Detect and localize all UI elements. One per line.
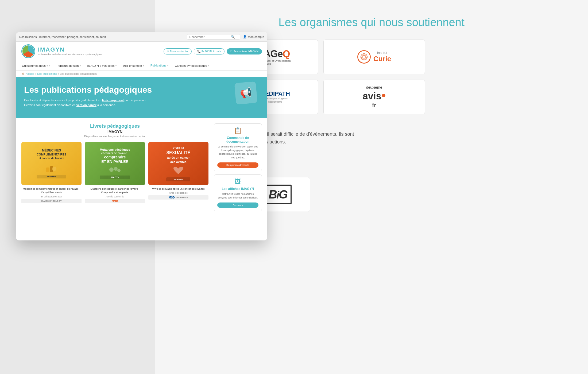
search-input[interactable] <box>189 35 229 38</box>
avis-fr: fr <box>363 102 386 109</box>
home-icon: 🏠 <box>21 72 25 75</box>
affiches-card: 🖼 Les affiches IMAGYN Retrouvez toutes n… <box>214 174 262 211</box>
deuxieme-avis-logo: deuxieme avis • fr <box>363 85 386 109</box>
curie-logo: institut Curie <box>357 50 391 64</box>
svg-point-1 <box>363 54 365 60</box>
hero-link-telechargement[interactable]: téléchargement <box>102 99 124 102</box>
book-card-3[interactable]: Vivre sa SEXUALITÉ après un cancer des o… <box>148 142 208 203</box>
chevron-down-icon: ▾ <box>143 65 144 67</box>
heart-icon: ♡ <box>230 50 233 53</box>
book-full-title-3: Vivre sa sexualité après un cancer des o… <box>148 187 208 190</box>
avis-dot: • <box>382 89 386 101</box>
curie-label: institut <box>373 51 391 55</box>
logo-text-group: IMAGYN Initiative des Maladies Atteintes… <box>38 46 102 56</box>
breadcrumb-accueil[interactable]: Accueil <box>26 72 34 75</box>
book-sponsor-1: ELWES ONCOLOGY <box>21 199 82 203</box>
books-grid: MÉDECINES COMPLÉMENTAIRES et cancer de l… <box>21 142 208 203</box>
envelope-icon: ✉ <box>167 50 169 53</box>
nav-item-cancers[interactable]: Cancers gynécologiques ▾ <box>172 61 212 70</box>
browser-window: Nos missions : Informer, rechercher, par… <box>16 32 267 240</box>
chevron-down-icon: ▾ <box>80 65 81 67</box>
account-button[interactable]: 👤 Mon compte <box>243 35 264 38</box>
avis-row: avis • <box>363 89 386 102</box>
nav-item-parcours[interactable]: Parcours de soin ▾ <box>53 61 84 70</box>
svg-rect-3 <box>46 167 49 172</box>
big-logo: BiG <box>264 185 292 204</box>
hero-description: Ces livrets et dépliants vous sont propo… <box>24 98 158 107</box>
avis-text: avis <box>363 91 381 102</box>
book-collab-3: Avec le soutien de <box>148 192 208 194</box>
nav-item-agir[interactable]: Agir ensemble ▾ <box>120 61 147 70</box>
publications-category-subtitle: IMAGYN <box>21 130 208 134</box>
book-illustration-1 <box>45 162 58 173</box>
site-name: IMAGYN <box>38 46 102 53</box>
soutiens-button[interactable]: ♡ Je soutiens IMAGYN <box>227 48 262 54</box>
image-icon: 🖼 <box>217 178 258 185</box>
astrazeneca-logo: AstraZeneca <box>176 196 188 199</box>
search-icon[interactable]: 🔍 <box>231 35 235 39</box>
book-sponsor-2: GSK <box>85 199 145 203</box>
book-cover-1: MÉDECINES COMPLÉMENTAIRES et cancer de l… <box>21 142 82 185</box>
phone-icon: 📞 <box>197 50 200 53</box>
affiches-button[interactable]: Découvrir <box>217 202 258 208</box>
book-card-2[interactable]: Mutations génétiques et cancer de l'ovai… <box>85 142 145 203</box>
curie-icon <box>360 53 368 61</box>
logo-circle <box>21 44 35 58</box>
commande-card: 📋 Commande de documentation Je commande … <box>214 123 262 171</box>
hero-link-version-papier[interactable]: version papier <box>76 103 96 107</box>
svg-point-6 <box>109 167 114 172</box>
nav-item-imagyn[interactable]: IMAGYN à vos côtés ▾ <box>84 61 120 70</box>
header-buttons: ✉ Nous contacter 📞 IMAGYN Écoute ♡ Je so… <box>164 48 262 54</box>
chevron-down-icon: ▾ <box>167 64 168 67</box>
book-title-text-1: MÉDECINES COMPLÉMENTAIRES et cancer de l… <box>37 149 66 179</box>
sidebar-cards: 📋 Commande de documentation Je commande … <box>214 123 262 211</box>
svg-point-8 <box>117 169 121 172</box>
megaphone-icon: 📢 <box>234 81 258 105</box>
nav-item-publications[interactable]: Publications ▾ <box>147 61 172 70</box>
logo-circle-inner <box>22 45 34 57</box>
book-card-1[interactable]: MÉDECINES COMPLÉMENTAIRES et cancer de l… <box>21 142 82 203</box>
document-icon: 📋 <box>217 127 258 134</box>
svg-point-0 <box>361 54 367 60</box>
book-title-text-2: Mutations génétiques et cancer de l'ovai… <box>100 148 130 180</box>
curie-text-group: institut Curie <box>373 51 391 63</box>
site-tagline: Initiative des Maladies Atteintes de can… <box>38 53 102 56</box>
affiches-title: Les affiches IMAGYN <box>217 187 258 191</box>
breadcrumb: 🏠 Accueil › Nos publications › Les publi… <box>16 71 267 77</box>
breadcrumb-current: Les publications pédagogiques <box>60 72 96 75</box>
affiches-desc: Retrouvez toutes nos affiches conçues po… <box>217 192 258 200</box>
site-nav: Qui sommes nous ? ▾ Parcours de soin ▾ I… <box>16 61 267 71</box>
hero-section: Les publications pédagogiques Ces livret… <box>16 77 267 118</box>
hero-title: Les publications pédagogiques <box>24 85 259 95</box>
logo-area[interactable]: IMAGYN Initiative des Maladies Atteintes… <box>21 44 102 58</box>
ecoute-button[interactable]: 📞 IMAGYN Écoute <box>194 48 225 54</box>
book-collab-2: Avec le soutien de <box>85 195 145 198</box>
search-area[interactable]: 🔍 <box>187 34 240 40</box>
book-cover-2: Mutations génétiques et cancer de l'ovai… <box>85 142 145 185</box>
engageo-q: Q <box>283 48 290 59</box>
svg-point-7 <box>114 167 118 171</box>
curie-name: Curie <box>373 55 391 63</box>
commande-title: Commande de documentation <box>217 136 258 143</box>
commande-button[interactable]: Remplir ma demande <box>217 162 258 168</box>
publications-section: Livrets pédagogiques IMAGYN Disponibles … <box>21 123 208 211</box>
chevron-down-icon: ▾ <box>115 65 117 67</box>
book-sponsor-3: MSD AstraZeneca <box>148 195 208 200</box>
book-cover-3: Vivre sa SEXUALITÉ après un cancer des o… <box>148 142 208 185</box>
nav-item-qui[interactable]: Qui sommes nous ? ▾ <box>19 61 53 70</box>
msd-logo: MSD <box>169 196 175 199</box>
publications-category-title: Livrets pédagogiques <box>21 123 208 129</box>
breadcrumb-nos-publications[interactable]: Nos publications <box>37 72 57 75</box>
book-full-title-2: Mutations génétiques et cancer de l'ovai… <box>85 187 145 194</box>
svg-point-5 <box>52 167 56 171</box>
breadcrumb-separator-1: › <box>35 72 36 75</box>
gsk-logo: GSK <box>112 200 118 203</box>
site-header: IMAGYN Initiative des Maladies Atteintes… <box>16 42 267 61</box>
curie-logo-card: institut Curie <box>323 40 425 74</box>
main-content: Livrets pédagogiques IMAGYN Disponibles … <box>16 118 267 217</box>
breadcrumb-separator-2: › <box>58 72 59 75</box>
commande-desc: Je commande une version papier des livre… <box>217 145 258 159</box>
contact-button[interactable]: ✉ Nous contacter <box>164 48 192 54</box>
book-illustration-2 <box>108 166 122 174</box>
browser-topbar: Nos missions : Informer, rechercher, par… <box>16 32 267 42</box>
